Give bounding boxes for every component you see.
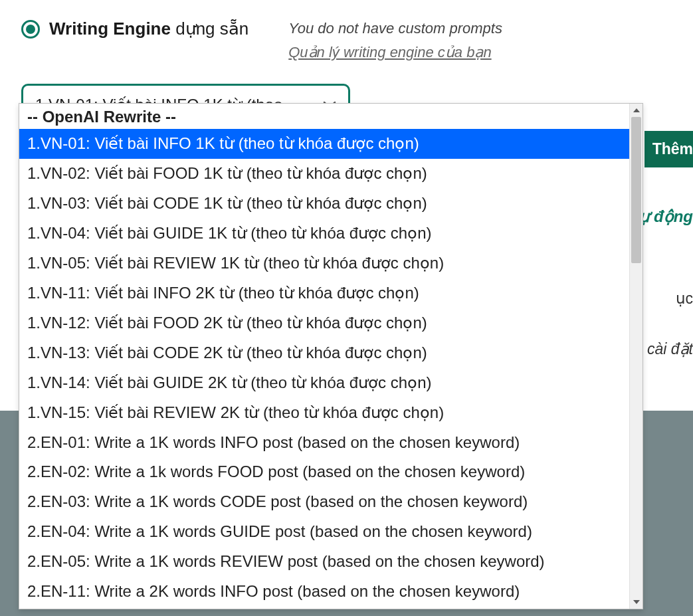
writing-engine-label-rest: dựng sẵn — [171, 19, 248, 39]
dropdown-option[interactable]: 2.EN-03: Write a 1K words CODE post (bas… — [19, 487, 643, 517]
dropdown-option[interactable]: 1.VN-13: Viết bài CODE 2K từ (theo từ kh… — [19, 338, 643, 368]
dropdown-option[interactable]: 1.VN-12: Viết bài FOOD 2K từ (theo từ kh… — [19, 308, 643, 338]
dropdown-option[interactable]: 2.EN-11: Write a 2K words INFO post (bas… — [19, 577, 643, 607]
dropdown-option[interactable]: 1.VN-02: Viết bài FOOD 1K từ (theo từ kh… — [19, 159, 643, 189]
writing-engine-dropdown[interactable]: -- OpenAI Rewrite -- 1.VN-01: Viết bài I… — [19, 103, 643, 609]
dropdown-option[interactable]: 2.EN-04: Write a 1K words GUIDE post (ba… — [19, 517, 643, 547]
scroll-track[interactable] — [630, 117, 643, 595]
dropdown-option[interactable]: 1.VN-11: Viết bài INFO 2K từ (theo từ kh… — [19, 278, 643, 308]
dropdown-scrollbar[interactable] — [629, 104, 643, 609]
dropdown-option[interactable]: 2.EN-05: Write a 1K words REVIEW post (b… — [19, 547, 643, 577]
writing-engine-label: Writing Engine dựng sẵn — [49, 19, 248, 39]
dropdown-option[interactable]: 1.VN-14: Viết bài GUIDE 2K từ (theo từ k… — [19, 368, 643, 398]
writing-engine-radio[interactable] — [21, 20, 40, 39]
radio-selected-dot-icon — [26, 25, 35, 34]
scroll-thumb[interactable] — [631, 117, 641, 263]
scroll-down-button[interactable] — [630, 595, 643, 609]
dropdown-option[interactable]: 1.VN-15: Viết bài REVIEW 2K từ (theo từ … — [19, 398, 643, 428]
dropdown-option[interactable]: 2.EN-12: Write a 2K words FOOD post (bas… — [19, 607, 643, 609]
scroll-up-button[interactable] — [630, 104, 643, 117]
bg-text-caidat-partial: cài đặt — [647, 340, 693, 358]
manage-writing-engine-link[interactable]: Quản lý writing engine của bạn — [288, 44, 502, 61]
optgroup-openai-rewrite: -- OpenAI Rewrite -- — [19, 104, 643, 129]
dropdown-option[interactable]: 1.VN-04: Viết bài GUIDE 1K từ (theo từ k… — [19, 219, 643, 249]
triangle-up-icon — [633, 108, 640, 112]
dropdown-option[interactable]: 1.VN-05: Viết bài REVIEW 1K từ (theo từ … — [19, 249, 643, 278]
dropdown-option[interactable]: 1.VN-03: Viết bài CODE 1K từ (theo từ kh… — [19, 189, 643, 219]
dropdown-option[interactable]: 1.VN-01: Viết bài INFO 1K từ (theo từ kh… — [19, 129, 643, 159]
no-custom-prompts-text: You do not have custom prompts — [288, 20, 502, 37]
add-button-partial[interactable]: Thêm — [644, 131, 693, 167]
writing-engine-label-bold: Writing Engine — [49, 19, 171, 39]
triangle-down-icon — [633, 600, 640, 604]
dropdown-option[interactable]: 2.EN-02: Write a 1k words FOOD post (bas… — [19, 457, 643, 487]
dropdown-option[interactable]: 2.EN-01: Write a 1K words INFO post (bas… — [19, 428, 643, 458]
bg-text-muc-partial: ục — [676, 290, 694, 308]
bg-auto-text-partial: ự động — [639, 207, 693, 226]
